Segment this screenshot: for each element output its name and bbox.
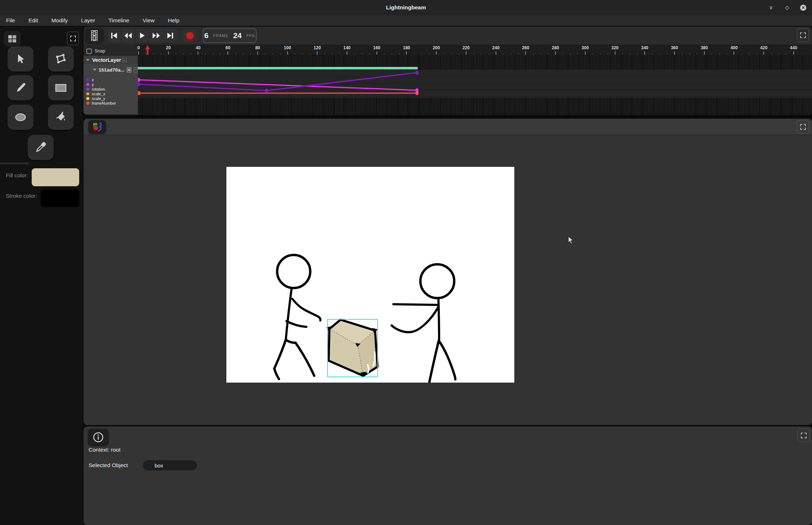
property-row-scale_x[interactable]: scale_x — [86, 91, 137, 96]
keyframe-x[interactable] — [265, 89, 268, 93]
clip-curve-toggle[interactable]: ~ — [134, 67, 138, 73]
snap-checkbox[interactable] — [86, 49, 92, 54]
property-color-dot — [86, 78, 89, 81]
inspector-fullscreen-button[interactable] — [798, 429, 809, 442]
record-button[interactable] — [183, 29, 197, 42]
box-artwork[interactable] — [326, 320, 378, 378]
timeline-ruler[interactable]: 0204060801001201401601802002202402602803… — [138, 45, 812, 55]
pencil-icon — [14, 82, 27, 94]
timeline-fullscreen-button[interactable] — [797, 28, 809, 42]
ruler-label: 180 — [403, 45, 410, 50]
curves-svg — [138, 55, 812, 115]
menu-item-timeline[interactable]: Timeline — [108, 17, 129, 24]
selected-object-field[interactable]: box — [143, 460, 197, 470]
keyframe-frameNumber[interactable] — [415, 91, 419, 95]
snap-toggle[interactable]: Snap — [86, 47, 105, 55]
menu-item-file[interactable]: File — [6, 17, 15, 24]
pencil-tool-button[interactable] — [8, 75, 33, 100]
property-row-x[interactable]: x — [86, 77, 137, 82]
transform-tool-button[interactable] — [48, 46, 74, 72]
clip-expand-icon[interactable] — [93, 69, 96, 71]
frame-fps-display[interactable]: 6 FRAME 24 FPS — [203, 28, 257, 43]
keyframe-frameNumber[interactable] — [138, 91, 140, 95]
clip-row[interactable]: 151ad70a... ~ — [84, 66, 138, 74]
property-row-rotation[interactable]: rotation — [86, 87, 137, 91]
close-button[interactable]: ✕ — [800, 5, 806, 11]
layer-row-vectorlayer[interactable]: VectorLayer [L] — [84, 56, 138, 64]
selected-object-label: Selected Object — [89, 462, 128, 469]
maximize-button[interactable]: ◇ — [784, 4, 790, 11]
ruler-label: 280 — [552, 45, 559, 50]
ruler-tick — [436, 51, 437, 55]
property-name: scale_y — [92, 96, 105, 101]
film-button[interactable] — [85, 28, 104, 43]
ellipse-icon — [14, 112, 27, 123]
stroke-color-swatch[interactable] — [41, 190, 79, 207]
playhead[interactable] — [145, 45, 150, 55]
toolbox-fullscreen-button[interactable] — [67, 32, 79, 45]
keyframe-x[interactable] — [415, 71, 419, 75]
ruler-tick — [525, 51, 526, 55]
ellipse-tool-button[interactable] — [8, 105, 33, 130]
skip-start-button[interactable] — [107, 29, 121, 42]
ruler-tick — [615, 51, 615, 55]
rewind-button[interactable] — [121, 29, 135, 42]
info-button[interactable] — [88, 429, 109, 446]
keyframe-x[interactable] — [138, 82, 140, 86]
ruler-label: 420 — [760, 45, 767, 50]
layer-name: VectorLayer — [92, 57, 121, 63]
property-row-y[interactable]: y — [86, 82, 137, 87]
keyframe-y[interactable] — [138, 78, 140, 82]
left-stick-figure[interactable] — [274, 255, 320, 379]
rectangle-icon — [54, 82, 67, 93]
ruler-label: 0 — [137, 45, 140, 50]
fast-forward-button[interactable] — [149, 29, 163, 42]
play-button[interactable] — [135, 29, 149, 42]
shapes-button[interactable] — [88, 120, 106, 134]
ruler-tick — [198, 51, 198, 55]
fill-color-swatch[interactable] — [32, 168, 79, 186]
fps-number: 24 — [233, 31, 242, 40]
ruler-tick — [466, 51, 466, 55]
property-color-dot — [86, 97, 89, 100]
layer-span-bar[interactable] — [138, 67, 418, 69]
minimize-button[interactable]: ∨ — [768, 4, 774, 11]
paint-bucket-tool-button[interactable] — [48, 105, 74, 130]
ruler-label: 260 — [522, 45, 529, 50]
clip-visibility-toggle[interactable] — [127, 67, 131, 73]
menu-item-help[interactable]: Help — [168, 17, 179, 24]
menu-item-modify[interactable]: Modify — [51, 17, 68, 24]
ruler-label: 300 — [582, 45, 589, 50]
property-row-frameNumber[interactable]: frameNumber — [86, 101, 137, 105]
title-bar: Lightningbeam ∨◇✕ — [0, 0, 812, 15]
ruler-tick — [704, 51, 705, 55]
grid-menu-button[interactable] — [4, 31, 21, 47]
property-row-scale_y[interactable]: scale_y — [86, 96, 137, 101]
rectangle-tool-button[interactable] — [48, 75, 74, 100]
fullscreen-icon — [799, 32, 807, 39]
inspector-panel: Context: root Selected Object box — [84, 426, 812, 525]
ruler-label: 60 — [225, 45, 230, 50]
select-tool-button[interactable] — [8, 46, 33, 72]
context-text: Context: root — [89, 447, 121, 453]
menu-item-view[interactable]: View — [143, 17, 154, 24]
ruler-tick — [793, 51, 794, 55]
clip-name: 151ad70a... — [99, 67, 125, 73]
menu-item-edit[interactable]: Edit — [28, 17, 38, 24]
ruler-label: 340 — [641, 45, 648, 50]
ruler-label: 360 — [671, 45, 678, 50]
sidebar-divider — [0, 163, 29, 164]
menu-item-layer[interactable]: Layer — [81, 17, 95, 24]
layer-expand-icon[interactable] — [86, 59, 90, 61]
drawing-canvas[interactable] — [226, 167, 514, 383]
eyedropper-tool-button[interactable] — [28, 135, 54, 160]
fullscreen-icon — [800, 432, 807, 439]
timeline-tracks[interactable] — [138, 55, 812, 115]
curve-y[interactable] — [139, 80, 417, 90]
skip-end-button[interactable] — [163, 29, 177, 42]
info-icon — [93, 432, 104, 443]
ruler-label: 200 — [433, 45, 440, 50]
right-stick-figure[interactable] — [392, 264, 455, 382]
stage-fullscreen-button[interactable] — [797, 120, 809, 134]
timeline-panel: 6 FRAME 24 FPS Snap VectorLayer [L] 151a… — [84, 27, 812, 115]
